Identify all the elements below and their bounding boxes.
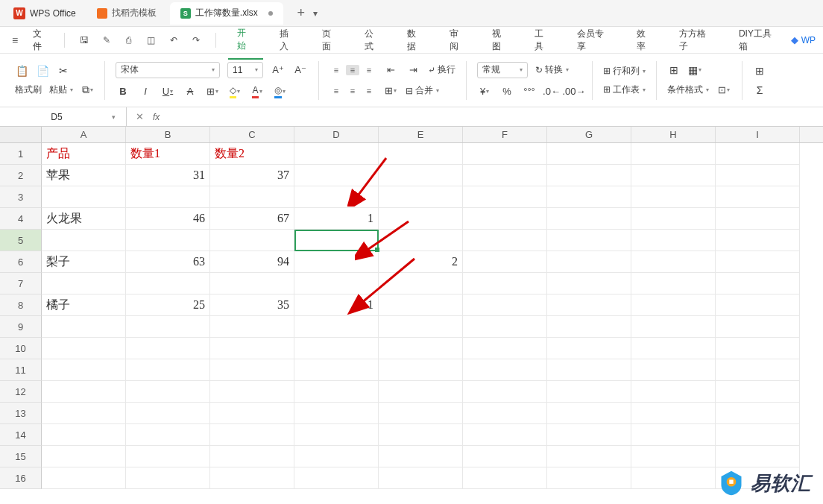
cell-H5[interactable]: [631, 230, 716, 251]
cell-C6[interactable]: 94: [210, 251, 294, 273]
cell-E14[interactable]: [379, 424, 463, 446]
undo-icon[interactable]: ↶: [168, 35, 180, 45]
format-painter-icon[interactable]: 📋: [15, 64, 28, 78]
row-header-13[interactable]: 13: [0, 403, 42, 424]
cell-F16[interactable]: [463, 467, 547, 489]
cell-H16[interactable]: [631, 467, 716, 489]
menu-tab-page[interactable]: 页面: [313, 22, 348, 59]
menu-tab-diy[interactable]: DIY工具箱: [730, 22, 788, 59]
col-header-C[interactable]: C: [210, 127, 294, 142]
row-header-6[interactable]: 6: [0, 251, 42, 273]
styles-icon[interactable]: ⊡▾: [716, 83, 731, 98]
cell-D2[interactable]: [294, 165, 379, 186]
cell-B1[interactable]: 数量1: [126, 143, 210, 165]
cond-format-button[interactable]: 条件格式▾: [667, 84, 709, 96]
cell-D10[interactable]: [294, 338, 379, 359]
cell-I3[interactable]: [716, 186, 800, 208]
cell-B11[interactable]: [126, 359, 210, 381]
cell-C2[interactable]: 37: [210, 165, 294, 186]
cell-F11[interactable]: [463, 359, 547, 381]
preview-icon[interactable]: ◫: [145, 35, 157, 45]
col-header-B[interactable]: B: [126, 127, 210, 142]
cell-G3[interactable]: [547, 186, 631, 208]
row-header-9[interactable]: 9: [0, 316, 42, 338]
cell-C8[interactable]: 35: [210, 294, 294, 316]
cell-A1[interactable]: 产品: [42, 143, 126, 165]
fx-cancel-icon[interactable]: ✕: [136, 111, 144, 122]
cell-E3[interactable]: [379, 186, 463, 208]
cell-H11[interactable]: [631, 359, 716, 381]
cell-B5[interactable]: [126, 230, 210, 251]
cell-G5[interactable]: [547, 230, 631, 251]
tab-menu-button[interactable]: ▾: [313, 8, 318, 19]
cell-D11[interactable]: [294, 359, 379, 381]
cell-I13[interactable]: [716, 403, 800, 424]
copy-icon[interactable]: ⧉▾: [81, 84, 94, 97]
row-header-14[interactable]: 14: [0, 424, 42, 446]
cell-E11[interactable]: [379, 359, 463, 381]
fill-color-button[interactable]: ◇▾: [227, 84, 242, 99]
row-header-15[interactable]: 15: [0, 446, 42, 467]
orientation-icon[interactable]: ⊞▾: [383, 84, 398, 98]
cell-D12[interactable]: [294, 381, 379, 403]
cell-A12[interactable]: [42, 381, 126, 403]
cell-E1[interactable]: [379, 143, 463, 165]
rows-cols-button[interactable]: ⊞ 行和列▾: [603, 65, 646, 78]
cell-I5[interactable]: [716, 230, 800, 251]
cell-I12[interactable]: [716, 381, 800, 403]
cell-F1[interactable]: [463, 143, 547, 165]
col-header-G[interactable]: G: [547, 127, 631, 142]
italic-button[interactable]: I: [138, 84, 153, 99]
cell-E6[interactable]: 2: [379, 251, 463, 273]
menu-tab-review[interactable]: 审阅: [441, 22, 476, 59]
cell-A10[interactable]: [42, 338, 126, 359]
cell-E9[interactable]: [379, 316, 463, 338]
cell-G7[interactable]: [547, 273, 631, 294]
cell-H3[interactable]: [631, 186, 716, 208]
row-header-1[interactable]: 1: [0, 143, 42, 165]
cell-C7[interactable]: [210, 273, 294, 294]
cells-area[interactable]: 产品数量1数量2苹果3137火龙果46671梨子63942橘子25351: [42, 143, 800, 489]
cell-A15[interactable]: [42, 446, 126, 467]
menu-tab-data[interactable]: 数据: [398, 22, 433, 59]
cell-E8[interactable]: [379, 294, 463, 316]
decrease-decimal-icon[interactable]: .0←: [544, 84, 559, 99]
cut-icon[interactable]: ✂: [57, 64, 70, 78]
cell-H6[interactable]: [631, 251, 716, 273]
paste-icon[interactable]: 📄: [36, 64, 49, 78]
cell-H10[interactable]: [631, 338, 716, 359]
cell-B2[interactable]: 31: [126, 165, 210, 186]
border-button[interactable]: ⊞▾: [205, 84, 220, 99]
row-header-10[interactable]: 10: [0, 338, 42, 359]
print-icon[interactable]: ⎙: [123, 35, 135, 45]
row-header-5[interactable]: 5: [0, 230, 42, 251]
row-header-3[interactable]: 3: [0, 186, 42, 208]
cell-A11[interactable]: [42, 359, 126, 381]
cell-G9[interactable]: [547, 316, 631, 338]
col-header-F[interactable]: F: [463, 127, 547, 142]
cell-B8[interactable]: 25: [126, 294, 210, 316]
cell-C1[interactable]: 数量2: [210, 143, 294, 165]
cell-D15[interactable]: [294, 446, 379, 467]
row-header-11[interactable]: 11: [0, 359, 42, 381]
cell-A2[interactable]: 苹果: [42, 165, 126, 186]
cell-C9[interactable]: [210, 316, 294, 338]
cell-G16[interactable]: [547, 467, 631, 489]
col-header-E[interactable]: E: [379, 127, 463, 142]
cell-F2[interactable]: [463, 165, 547, 186]
font-color-button[interactable]: A▾: [250, 84, 265, 99]
percent-icon[interactable]: %: [499, 84, 514, 99]
menu-tab-insert[interactable]: 插入: [271, 22, 306, 59]
font-size-select[interactable]: 11▾: [227, 62, 263, 78]
cell-H7[interactable]: [631, 273, 716, 294]
fx-icon[interactable]: fx: [153, 112, 160, 122]
cell-F10[interactable]: [463, 338, 547, 359]
cell-C14[interactable]: [210, 424, 294, 446]
cell-F6[interactable]: [463, 251, 547, 273]
comma-icon[interactable]: °°°: [522, 84, 537, 99]
cell-A9[interactable]: [42, 316, 126, 338]
cell-F12[interactable]: [463, 381, 547, 403]
align-left-icon[interactable]: ≡: [329, 86, 343, 96]
cell-E4[interactable]: [379, 208, 463, 230]
cell-H15[interactable]: [631, 446, 716, 467]
